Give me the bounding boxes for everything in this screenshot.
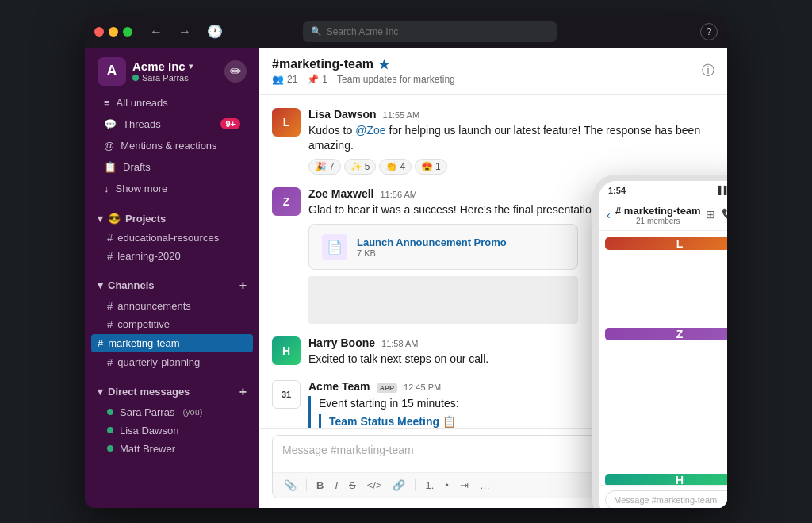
reaction-1b[interactable]: ✨ 5 xyxy=(344,159,377,175)
mobile-avatar-lisa: L xyxy=(605,237,727,250)
sidebar-item-threads[interactable]: 💬 Threads 9+ xyxy=(91,114,253,134)
sidebar-item-show-more[interactable]: ↓ Show more xyxy=(91,179,253,198)
projects-emoji: 😎 xyxy=(108,213,121,225)
info-button[interactable]: ⓘ xyxy=(702,63,714,79)
sidebar: A Acme Inc ▾ Sara Parras ✏ xyxy=(85,48,259,508)
channel-meta: 👥 21 📌 1 Team updates for marketing xyxy=(272,74,455,85)
online-dot-matt xyxy=(107,445,113,452)
compose-button[interactable]: ✏ xyxy=(224,60,247,83)
minimize-button[interactable] xyxy=(109,27,118,37)
sidebar-item-drafts[interactable]: 📋 Drafts xyxy=(91,157,253,177)
help-button[interactable]: ? xyxy=(700,23,718,40)
reaction-1c[interactable]: 👏 4 xyxy=(379,159,412,175)
maximize-button[interactable] xyxy=(123,27,132,37)
mobile-input-box[interactable]: Message #marketing-team xyxy=(605,490,727,508)
pin-icon: 📌 xyxy=(307,74,319,85)
mobile-video-icon[interactable]: ⊞ xyxy=(706,208,715,222)
channel-item-announcements[interactable]: # announcements xyxy=(85,297,259,315)
forward-button[interactable]: → xyxy=(174,21,196,42)
ul-button[interactable]: • xyxy=(440,476,454,494)
channel-item-competitive[interactable]: # competitive xyxy=(85,315,259,333)
mobile-header-icons: ⊞ 📞 ⓘ xyxy=(706,208,727,222)
online-dot-sara xyxy=(107,409,113,415)
verified-icon: ★ xyxy=(378,57,389,72)
online-dot-lisa xyxy=(107,427,113,433)
reactions-1: 🎉 7 ✨ 5 👏 4 xyxy=(308,159,714,175)
channel-item-learning[interactable]: # learning-2020 xyxy=(85,247,259,265)
titlebar: ← → 🕐 🔍 ? xyxy=(85,16,727,48)
signal-icon: ▐▐▐ xyxy=(715,186,727,194)
sidebar-item-mentions[interactable]: @ Mentions & reactions xyxy=(91,136,253,156)
ol-button[interactable]: 1. xyxy=(420,476,439,494)
sidebar-item-all-unreads[interactable]: ≡ All unreads xyxy=(91,93,253,113)
mobile-call-icon[interactable]: 📞 xyxy=(722,208,727,222)
dm-item-sara[interactable]: Sara Parras (you) xyxy=(85,403,259,421)
msg-author-1: Lisa Dawson xyxy=(308,108,377,121)
chevron-down-icon-more: ↓ xyxy=(104,183,109,194)
mobile-preview: 1:54 ▐▐▐ 🛜 ▪ ‹ # marketing-team 21 membe… xyxy=(592,175,727,508)
channel-item-marketing[interactable]: # marketing-team xyxy=(91,334,253,352)
reaction-1d[interactable]: 😍 1 xyxy=(415,159,447,175)
history-button[interactable]: 🕐 xyxy=(202,21,228,42)
search-icon: 🔍 xyxy=(311,26,322,37)
mobile-messages: L Lisa Dawson 11:55 AM Kudos to @Zoe for… xyxy=(599,231,727,485)
strike-button[interactable]: S xyxy=(344,476,361,494)
channel-item-educational[interactable]: # educational-resources xyxy=(85,229,259,247)
dm-item-lisa[interactable]: Lisa Dawson xyxy=(85,421,259,440)
message-1: L Lisa Dawson 11:55 AM Kudos to @Zoe for… xyxy=(272,108,714,175)
mobile-channel-info: # marketing-team 21 members xyxy=(615,205,701,225)
hash-icon: # xyxy=(107,232,113,244)
chevron-down-icon: ▾ xyxy=(189,62,193,71)
add-dm-button[interactable]: + xyxy=(239,385,247,399)
file-attachment[interactable]: 📄 Launch Announcement Promo 7 KB xyxy=(308,224,578,270)
bold-button[interactable]: B xyxy=(312,476,328,494)
msg-time-4: 12:45 PM xyxy=(404,383,441,392)
members-count: 👥 21 xyxy=(272,74,297,85)
section-channels-header[interactable]: ▾ Channels + xyxy=(85,275,259,297)
search-bar[interactable]: 🔍 xyxy=(303,21,557,42)
threads-icon: 💬 xyxy=(104,118,117,130)
attach-button[interactable]: 📎 xyxy=(279,476,301,494)
traffic-lights xyxy=(94,27,132,37)
close-button[interactable] xyxy=(94,27,104,37)
workspace-header: A Acme Inc ▾ Sara Parras ✏ xyxy=(85,48,259,92)
reaction-1a[interactable]: 🎉 7 xyxy=(308,159,341,175)
chat-header: #marketing-team ★ 👥 21 📌 1 Team updates … xyxy=(259,48,727,95)
mobile-avatar-harry: H xyxy=(605,474,727,485)
code-button[interactable]: </> xyxy=(362,476,387,494)
section-channels: ▾ Channels + # announcements # competiti… xyxy=(85,275,259,371)
workspace-name[interactable]: Acme Inc ▾ xyxy=(132,60,193,73)
mobile-message-2: Z Zoe Maxwell 11:56 AM Glad to hear it w… xyxy=(605,328,727,466)
mention-zoe: @Zoe xyxy=(355,124,385,137)
pins-count: 📌 1 xyxy=(307,74,327,85)
hash-icon: # xyxy=(107,318,113,330)
channel-description: Team updates for marketing xyxy=(337,74,455,85)
section-dm-header[interactable]: ▾ Direct messages + xyxy=(85,381,259,403)
avatar-lisa: L xyxy=(272,108,301,137)
dm-item-matt[interactable]: Matt Brewer xyxy=(85,440,259,458)
mobile-message-3: H Harry Boone 11:58 AM Excited to talk n… xyxy=(605,474,727,485)
msg-header-1: Lisa Dawson 11:55 AM xyxy=(308,108,714,121)
link-button[interactable]: 🔗 xyxy=(388,476,410,494)
channel-item-quarterly[interactable]: # quarterly-planning xyxy=(85,353,259,371)
workspace-icon: A xyxy=(98,57,126,86)
add-channel-button[interactable]: + xyxy=(239,279,247,293)
online-status-icon xyxy=(132,75,139,81)
chevron-icon-dm: ▾ xyxy=(98,386,103,398)
section-projects-header[interactable]: ▾ 😎 Projects xyxy=(85,209,259,229)
chevron-icon-projects: ▾ xyxy=(98,213,103,225)
mobile-avatar-zoe: Z xyxy=(605,328,727,340)
divider xyxy=(306,479,307,491)
more-button[interactable]: … xyxy=(475,476,495,494)
msg-time-2: 11:56 AM xyxy=(380,190,416,199)
hash-icon: # xyxy=(107,356,113,368)
channel-title: #marketing-team ★ xyxy=(272,57,455,72)
msg-author-4: Acme Team xyxy=(308,380,370,393)
divider2 xyxy=(415,479,416,491)
back-button[interactable]: ← xyxy=(145,21,167,42)
italic-button[interactable]: I xyxy=(330,476,343,494)
indent-button[interactable]: ⇥ xyxy=(455,476,473,494)
search-input[interactable] xyxy=(327,26,549,37)
mobile-back-button[interactable]: ‹ xyxy=(607,209,611,221)
drafts-icon: 📋 xyxy=(104,161,117,173)
